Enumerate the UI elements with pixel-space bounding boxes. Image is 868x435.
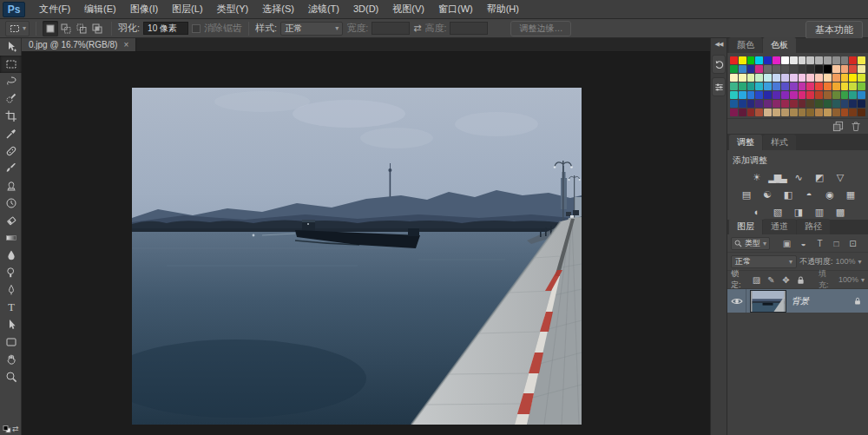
refine-edge-button[interactable]: 调整边缘… [510,21,571,36]
blend-mode-dropdown[interactable]: 正常▾ [731,255,797,268]
swatches-tab-色板[interactable]: 色板 [763,37,796,53]
swatches-tab-颜色[interactable]: 颜色 [729,37,762,53]
fill-value[interactable]: 100% [838,275,858,284]
menu-item-V[interactable]: 视图(V) [385,0,431,18]
color-swatch[interactable] [799,82,806,90]
properties-panel-icon[interactable] [712,77,726,96]
color-swatch[interactable] [849,65,857,73]
color-swatch[interactable] [815,56,823,64]
color-swatch[interactable] [730,74,738,82]
color-swatch[interactable] [815,109,823,116]
color-swatch[interactable] [824,100,832,108]
color-swatch[interactable] [858,74,865,82]
color-swatch[interactable] [730,100,738,108]
color-swatch[interactable] [832,109,840,116]
color-swatch[interactable] [806,56,814,64]
menu-item-3DD[interactable]: 3D(D) [346,0,385,18]
quick-select-tool[interactable] [0,90,22,108]
history-panel-icon[interactable] [712,55,726,74]
color-swatch[interactable] [739,109,746,116]
color-swatch[interactable] [773,109,780,116]
color-swatch[interactable] [799,65,806,73]
color-swatch[interactable] [799,109,806,116]
color-swatch[interactable] [790,82,798,90]
color-swatch[interactable] [806,74,814,82]
pen-tool[interactable] [0,281,22,299]
marquee-tool[interactable] [0,56,22,73]
color-swatch[interactable] [755,109,763,116]
color-swatch[interactable] [781,109,789,116]
color-swatch[interactable] [806,82,814,90]
adjustments-tab-样式[interactable]: 样式 [763,135,796,150]
brightness-contrast-adjustment-icon[interactable]: ☀ [749,171,764,184]
workspace-button[interactable]: 基本功能 [806,21,863,39]
gradient-map-adjustment-icon[interactable]: ▥ [812,206,826,219]
vibrance-adjustment-icon[interactable]: ▽ [832,171,847,184]
color-swatch[interactable] [849,82,857,90]
color-swatch[interactable] [781,65,789,73]
menu-item-L[interactable]: 图层(L) [165,0,209,18]
clone-stamp-tool[interactable] [0,177,22,194]
document-tab[interactable]: 0.jpg @ 16.7%(RGB/8) × [22,38,136,51]
color-swatch[interactable] [739,56,746,64]
channel-mixer-adjustment-icon[interactable]: ◉ [822,188,837,201]
adjustment-layer-filter-icon[interactable]: ◒ [797,237,810,250]
color-swatch[interactable] [747,56,755,64]
shape-layer-filter-icon[interactable]: □ [830,237,843,250]
expand-panels-icon[interactable]: ◀◀ [711,38,727,51]
color-swatch[interactable] [764,91,772,99]
color-lookup-adjustment-icon[interactable]: ▦ [843,188,858,201]
exposure-adjustment-icon[interactable]: ◩ [812,171,826,184]
color-swatch[interactable] [841,82,849,90]
color-swatch[interactable] [815,91,823,99]
color-swatch[interactable] [747,91,755,99]
selective-color-adjustment-icon[interactable]: ▩ [832,206,847,219]
color-swatch[interactable] [849,109,857,116]
color-swatch[interactable] [739,91,746,99]
color-swatch[interactable] [858,100,865,108]
color-swatch[interactable] [858,65,865,73]
menu-item-Y[interactable]: 类型(Y) [210,0,256,18]
color-swatch[interactable] [858,109,865,116]
color-swatch[interactable] [747,100,755,108]
history-brush-tool[interactable] [0,194,22,212]
color-swatch[interactable] [730,109,738,116]
layer-visibility-toggle[interactable] [727,289,746,313]
brush-tool[interactable] [0,160,22,177]
blur-tool[interactable] [0,247,22,264]
color-swatch[interactable] [755,82,763,90]
color-swatch[interactable] [747,109,755,116]
color-swatch[interactable] [841,100,849,108]
color-swatch[interactable] [832,82,840,90]
color-swatch[interactable] [764,82,772,90]
color-swatch[interactable] [755,74,763,82]
move-tool[interactable] [0,38,22,56]
lock-paint-icon[interactable]: ✎ [766,274,777,286]
smart-object-filter-icon[interactable]: ⊡ [846,237,859,250]
color-swatch[interactable] [764,100,772,108]
layers-tab-通道[interactable]: 通道 [763,219,796,234]
gradient-tool[interactable] [0,229,22,247]
color-swatch[interactable] [790,91,798,99]
close-icon[interactable]: × [123,40,128,49]
color-swatch[interactable] [799,91,806,99]
new-selection-button[interactable] [43,21,58,36]
invert-adjustment-icon[interactable]: ◐ [749,206,764,219]
antialias-checkbox[interactable] [192,24,201,33]
color-swatch[interactable] [824,82,832,90]
color-swatch[interactable] [781,56,789,64]
color-swatch[interactable] [815,65,823,73]
color-swatch[interactable] [849,74,857,82]
shape-tool[interactable] [0,333,22,351]
color-swatch[interactable] [832,56,840,64]
curves-adjustment-icon[interactable]: ∿ [791,171,806,184]
style-dropdown[interactable]: 正常▾ [280,22,343,36]
color-swatch[interactable] [790,65,798,73]
color-swatch[interactable] [747,65,755,73]
swap-dimensions-icon[interactable]: ⇄ [413,23,421,34]
dodge-tool[interactable] [0,264,22,281]
color-swatch[interactable] [841,91,849,99]
color-swatch[interactable] [824,109,832,116]
new-swatch-icon[interactable] [832,121,844,132]
color-swatch[interactable] [773,82,780,90]
